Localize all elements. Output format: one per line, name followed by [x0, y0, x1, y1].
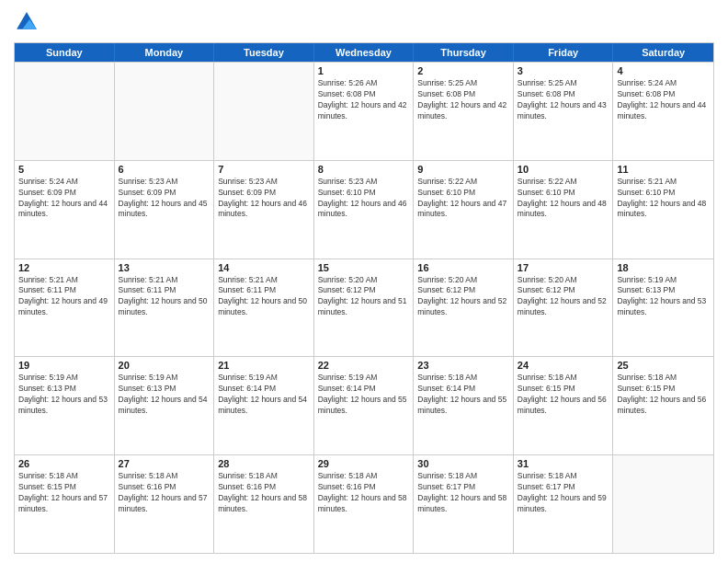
day-cell-14: 14Sunrise: 5:21 AMSunset: 6:11 PMDayligh…: [214, 259, 314, 357]
day-number: 3: [518, 65, 609, 76]
day-cell-7: 7Sunrise: 5:23 AMSunset: 6:09 PMDaylight…: [214, 161, 314, 259]
day-info: Sunrise: 5:19 AMSunset: 6:13 PMDaylight:…: [119, 373, 210, 417]
day-cell-17: 17Sunrise: 5:20 AMSunset: 6:12 PMDayligh…: [514, 259, 614, 357]
day-info: Sunrise: 5:18 AMSunset: 6:15 PMDaylight:…: [518, 373, 609, 417]
day-number: 19: [18, 360, 110, 371]
day-info: Sunrise: 5:23 AMSunset: 6:09 PMDaylight:…: [218, 177, 310, 221]
day-cell-29: 29Sunrise: 5:18 AMSunset: 6:16 PMDayligh…: [314, 455, 415, 553]
empty-cell: [15, 63, 115, 160]
day-cell-2: 2Sunrise: 5:25 AMSunset: 6:08 PMDaylight…: [414, 63, 514, 160]
calendar-row-0: 1Sunrise: 5:26 AMSunset: 6:08 PMDaylight…: [15, 62, 713, 160]
weekday-header-tuesday: Tuesday: [214, 43, 314, 62]
day-cell-18: 18Sunrise: 5:19 AMSunset: 6:13 PMDayligh…: [613, 259, 713, 357]
day-number: 27: [119, 458, 210, 469]
day-cell-16: 16Sunrise: 5:20 AMSunset: 6:12 PMDayligh…: [414, 259, 514, 357]
day-number: 29: [318, 458, 410, 469]
day-info: Sunrise: 5:20 AMSunset: 6:12 PMDaylight:…: [417, 275, 509, 319]
day-cell-27: 27Sunrise: 5:18 AMSunset: 6:16 PMDayligh…: [115, 455, 215, 553]
day-cell-30: 30Sunrise: 5:18 AMSunset: 6:17 PMDayligh…: [414, 455, 514, 553]
empty-cell: [214, 63, 314, 160]
day-info: Sunrise: 5:25 AMSunset: 6:08 PMDaylight:…: [417, 78, 509, 122]
empty-cell: [115, 63, 215, 160]
weekday-header-sunday: Sunday: [15, 43, 115, 62]
day-info: Sunrise: 5:26 AMSunset: 6:08 PMDaylight:…: [318, 78, 410, 122]
day-cell-4: 4Sunrise: 5:24 AMSunset: 6:08 PMDaylight…: [613, 63, 713, 160]
day-info: Sunrise: 5:18 AMSunset: 6:17 PMDaylight:…: [417, 471, 509, 515]
empty-cell: [613, 455, 713, 553]
logo-icon: [14, 9, 40, 35]
day-number: 17: [518, 262, 609, 273]
day-cell-10: 10Sunrise: 5:22 AMSunset: 6:10 PMDayligh…: [514, 161, 614, 259]
day-info: Sunrise: 5:23 AMSunset: 6:09 PMDaylight:…: [119, 177, 210, 221]
calendar-row-1: 5Sunrise: 5:24 AMSunset: 6:09 PMDaylight…: [15, 160, 713, 259]
day-cell-25: 25Sunrise: 5:18 AMSunset: 6:15 PMDayligh…: [613, 357, 713, 454]
day-number: 21: [218, 360, 310, 371]
day-info: Sunrise: 5:24 AMSunset: 6:09 PMDaylight:…: [18, 177, 110, 221]
day-number: 14: [218, 262, 310, 273]
weekday-header-friday: Friday: [514, 43, 614, 62]
weekday-header-thursday: Thursday: [414, 43, 514, 62]
header: [14, 9, 714, 35]
logo: [14, 9, 43, 35]
day-info: Sunrise: 5:23 AMSunset: 6:10 PMDaylight:…: [318, 177, 410, 221]
day-cell-24: 24Sunrise: 5:18 AMSunset: 6:15 PMDayligh…: [514, 357, 614, 454]
day-cell-12: 12Sunrise: 5:21 AMSunset: 6:11 PMDayligh…: [15, 259, 115, 357]
day-info: Sunrise: 5:21 AMSunset: 6:11 PMDaylight:…: [119, 275, 210, 319]
calendar-header: SundayMondayTuesdayWednesdayThursdayFrid…: [15, 43, 713, 62]
day-info: Sunrise: 5:19 AMSunset: 6:14 PMDaylight:…: [318, 373, 410, 417]
day-info: Sunrise: 5:19 AMSunset: 6:13 PMDaylight:…: [18, 373, 110, 417]
day-info: Sunrise: 5:18 AMSunset: 6:16 PMDaylight:…: [318, 471, 410, 515]
day-info: Sunrise: 5:22 AMSunset: 6:10 PMDaylight:…: [417, 177, 509, 221]
day-cell-8: 8Sunrise: 5:23 AMSunset: 6:10 PMDaylight…: [314, 161, 415, 259]
day-cell-19: 19Sunrise: 5:19 AMSunset: 6:13 PMDayligh…: [15, 357, 115, 454]
day-cell-13: 13Sunrise: 5:21 AMSunset: 6:11 PMDayligh…: [115, 259, 215, 357]
day-number: 1: [318, 65, 410, 76]
day-number: 24: [518, 360, 609, 371]
day-cell-26: 26Sunrise: 5:18 AMSunset: 6:15 PMDayligh…: [15, 455, 115, 553]
day-number: 25: [617, 360, 710, 371]
day-number: 7: [218, 164, 310, 175]
day-info: Sunrise: 5:20 AMSunset: 6:12 PMDaylight:…: [518, 275, 609, 319]
weekday-header-monday: Monday: [115, 43, 215, 62]
day-cell-31: 31Sunrise: 5:18 AMSunset: 6:17 PMDayligh…: [514, 455, 614, 553]
day-info: Sunrise: 5:18 AMSunset: 6:14 PMDaylight:…: [417, 373, 509, 417]
day-info: Sunrise: 5:24 AMSunset: 6:08 PMDaylight:…: [617, 78, 710, 122]
day-info: Sunrise: 5:21 AMSunset: 6:11 PMDaylight:…: [18, 275, 110, 319]
day-info: Sunrise: 5:18 AMSunset: 6:16 PMDaylight:…: [218, 471, 310, 515]
day-number: 9: [417, 164, 509, 175]
day-cell-22: 22Sunrise: 5:19 AMSunset: 6:14 PMDayligh…: [314, 357, 415, 454]
day-info: Sunrise: 5:21 AMSunset: 6:10 PMDaylight:…: [617, 177, 710, 221]
day-cell-23: 23Sunrise: 5:18 AMSunset: 6:14 PMDayligh…: [414, 357, 514, 454]
day-number: 4: [617, 65, 710, 76]
day-number: 23: [417, 360, 509, 371]
day-info: Sunrise: 5:18 AMSunset: 6:16 PMDaylight:…: [119, 471, 210, 515]
day-number: 28: [218, 458, 310, 469]
day-number: 16: [417, 262, 509, 273]
day-info: Sunrise: 5:19 AMSunset: 6:14 PMDaylight:…: [218, 373, 310, 417]
weekday-header-saturday: Saturday: [613, 43, 713, 62]
day-info: Sunrise: 5:19 AMSunset: 6:13 PMDaylight:…: [617, 275, 710, 319]
day-number: 8: [318, 164, 410, 175]
day-cell-28: 28Sunrise: 5:18 AMSunset: 6:16 PMDayligh…: [214, 455, 314, 553]
day-info: Sunrise: 5:21 AMSunset: 6:11 PMDaylight:…: [218, 275, 310, 319]
day-cell-9: 9Sunrise: 5:22 AMSunset: 6:10 PMDaylight…: [414, 161, 514, 259]
day-cell-5: 5Sunrise: 5:24 AMSunset: 6:09 PMDaylight…: [15, 161, 115, 259]
day-number: 18: [617, 262, 710, 273]
day-cell-15: 15Sunrise: 5:20 AMSunset: 6:12 PMDayligh…: [314, 259, 415, 357]
page: SundayMondayTuesdayWednesdayThursdayFrid…: [0, 0, 728, 563]
day-cell-1: 1Sunrise: 5:26 AMSunset: 6:08 PMDaylight…: [314, 63, 415, 160]
day-number: 6: [119, 164, 210, 175]
calendar-row-3: 19Sunrise: 5:19 AMSunset: 6:13 PMDayligh…: [15, 356, 713, 454]
day-number: 26: [18, 458, 110, 469]
day-number: 20: [119, 360, 210, 371]
day-number: 30: [417, 458, 509, 469]
day-number: 10: [518, 164, 609, 175]
day-number: 22: [318, 360, 410, 371]
day-number: 31: [518, 458, 609, 469]
day-number: 5: [18, 164, 110, 175]
calendar: SundayMondayTuesdayWednesdayThursdayFrid…: [14, 42, 714, 554]
day-info: Sunrise: 5:18 AMSunset: 6:17 PMDaylight:…: [518, 471, 609, 515]
calendar-body: 1Sunrise: 5:26 AMSunset: 6:08 PMDaylight…: [15, 62, 713, 553]
day-cell-20: 20Sunrise: 5:19 AMSunset: 6:13 PMDayligh…: [115, 357, 215, 454]
day-cell-3: 3Sunrise: 5:25 AMSunset: 6:08 PMDaylight…: [514, 63, 614, 160]
